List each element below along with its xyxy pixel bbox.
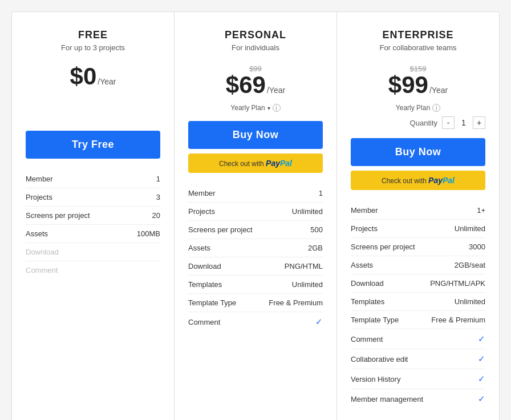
plan-tagline-enterprise: For collaborative teams bbox=[351, 43, 485, 52]
feature-item-free-3: Assets 100MB bbox=[26, 225, 160, 243]
plan-price-area-personal: $99 $69 /Year bbox=[188, 64, 323, 97]
feature-value: 3 bbox=[156, 193, 160, 201]
feature-label: Screens per project bbox=[188, 225, 253, 234]
feature-item-enterprise-1: Projects Unlimited bbox=[351, 220, 485, 238]
feature-item-enterprise-7: Comment ✓ bbox=[351, 329, 485, 349]
feature-label: Download bbox=[351, 279, 384, 288]
feature-label: Projects bbox=[351, 224, 378, 233]
feature-value: Unlimited bbox=[292, 207, 323, 216]
check-icon: ✓ bbox=[315, 317, 323, 327]
feature-item-personal-7: Comment ✓ bbox=[188, 312, 323, 332]
feature-value: 1 bbox=[156, 175, 160, 183]
feature-label: Assets bbox=[26, 229, 48, 238]
paypal-btn-personal[interactable]: Check out with PayPal bbox=[188, 154, 323, 173]
paypal-logo: PayPal bbox=[266, 159, 292, 168]
feature-item-enterprise-5: Templates Unlimited bbox=[351, 293, 485, 311]
plan-billing-personal: Yearly Plan▾i bbox=[188, 104, 323, 112]
price-period-enterprise: /Year bbox=[429, 86, 448, 95]
feature-label: Member bbox=[351, 206, 378, 215]
cta-btn-enterprise[interactable]: Buy Now bbox=[351, 138, 485, 166]
price-personal: $69 bbox=[226, 73, 266, 97]
qty-plus-btn[interactable]: + bbox=[473, 116, 485, 129]
features-list-free: Member 1 Projects 3 Screens per project … bbox=[26, 170, 160, 420]
billing-label-enterprise: Yearly Plan bbox=[396, 104, 430, 112]
feature-label: Collaborative edit bbox=[351, 355, 408, 364]
feature-value: 500 bbox=[310, 225, 323, 234]
feature-label: Screens per project bbox=[26, 211, 90, 220]
feature-item-enterprise-0: Member 1+ bbox=[351, 201, 485, 220]
feature-item-enterprise-8: Collaborative edit ✓ bbox=[351, 349, 485, 369]
check-icon: ✓ bbox=[478, 334, 485, 344]
plan-card-enterprise: ENTERPRISE For collaborative teams $159 … bbox=[337, 12, 499, 420]
plan-header-enterprise: ENTERPRISE For collaborative teams bbox=[351, 29, 485, 52]
check-icon: ✓ bbox=[478, 374, 485, 384]
plan-tagline-personal: For individuals bbox=[188, 43, 323, 52]
check-icon: ✓ bbox=[478, 394, 485, 404]
feature-item-enterprise-9: Version History ✓ bbox=[351, 369, 485, 389]
feature-label: Assets bbox=[188, 244, 210, 252]
qty-minus-btn[interactable]: - bbox=[442, 116, 455, 129]
plan-name-personal: PERSONAL bbox=[188, 29, 323, 41]
feature-item-enterprise-10: Member management ✓ bbox=[351, 389, 485, 409]
feature-item-free-4: Download bbox=[26, 243, 160, 261]
feature-label: Templates bbox=[351, 297, 384, 306]
price-enterprise: $99 bbox=[388, 73, 428, 97]
feature-value: Free & Premium bbox=[269, 298, 323, 307]
qty-controls: - 1 + bbox=[442, 116, 485, 129]
feature-label: Projects bbox=[26, 193, 52, 201]
info-icon-enterprise[interactable]: i bbox=[432, 104, 440, 112]
plan-card-free: FREE For up to 3 projects $0 /Year Try F… bbox=[12, 12, 175, 420]
feature-label: Member management bbox=[351, 395, 423, 403]
plan-card-personal: PERSONAL For individuals $99 $69 /Year Y… bbox=[175, 12, 337, 420]
paypal-btn-enterprise[interactable]: Check out with PayPal bbox=[351, 171, 485, 190]
feature-item-personal-6: Template Type Free & Premium bbox=[188, 294, 323, 312]
free-spacer bbox=[26, 93, 160, 122]
price-free: $0 bbox=[70, 64, 97, 88]
feature-value: Unlimited bbox=[455, 224, 485, 233]
pricing-container: FREE For up to 3 projects $0 /Year Try F… bbox=[11, 11, 500, 420]
plan-price-area-enterprise: $159 $99 /Year bbox=[351, 64, 485, 97]
feature-item-personal-1: Projects Unlimited bbox=[188, 203, 323, 221]
feature-label: Member bbox=[188, 189, 216, 197]
price-row-enterprise: $99 /Year bbox=[351, 73, 485, 97]
cta-btn-personal[interactable]: Buy Now bbox=[188, 121, 323, 149]
feature-label: Templates bbox=[188, 280, 222, 289]
feature-value: 3000 bbox=[469, 243, 485, 251]
feature-item-personal-4: Download PNG/HTML bbox=[188, 257, 323, 276]
feature-value: 2GB/seat bbox=[455, 261, 485, 269]
cta-btn-free[interactable]: Try Free bbox=[26, 131, 160, 159]
feature-item-enterprise-6: Template Type Free & Premium bbox=[351, 311, 485, 329]
feature-label: Download bbox=[26, 248, 59, 256]
feature-value: 2GB bbox=[308, 244, 323, 252]
plan-tagline-free: For up to 3 projects bbox=[26, 43, 160, 52]
qty-value: 1 bbox=[458, 118, 469, 127]
check-icon: ✓ bbox=[478, 354, 485, 364]
paypal-text: Check out with bbox=[219, 160, 266, 168]
feature-item-personal-3: Assets 2GB bbox=[188, 239, 323, 257]
feature-item-free-0: Member 1 bbox=[26, 170, 160, 188]
price-period-free: /Year bbox=[98, 77, 116, 86]
feature-value: Unlimited bbox=[292, 280, 323, 289]
feature-label: Member bbox=[26, 175, 53, 183]
billing-dropdown-arrow[interactable]: ▾ bbox=[267, 105, 270, 111]
feature-label: Version History bbox=[351, 375, 400, 383]
plan-header-personal: PERSONAL For individuals bbox=[188, 29, 323, 52]
feature-item-enterprise-2: Screens per project 3000 bbox=[351, 238, 485, 256]
plan-name-enterprise: ENTERPRISE bbox=[351, 29, 485, 41]
feature-label: Comment bbox=[351, 335, 383, 344]
info-icon-personal[interactable]: i bbox=[273, 104, 281, 112]
feature-item-free-1: Projects 3 bbox=[26, 188, 160, 207]
feature-value: Unlimited bbox=[455, 297, 485, 306]
price-row-personal: $69 /Year bbox=[188, 73, 323, 97]
quantity-row: Quantity - 1 + bbox=[351, 116, 485, 129]
feature-label: Download bbox=[188, 262, 221, 270]
feature-label: Template Type bbox=[351, 316, 399, 324]
feature-item-personal-2: Screens per project 500 bbox=[188, 221, 323, 239]
price-row-free: $0 /Year bbox=[26, 64, 160, 88]
feature-item-enterprise-3: Assets 2GB/seat bbox=[351, 256, 485, 274]
feature-label: Template Type bbox=[188, 298, 236, 307]
feature-value: 20 bbox=[152, 211, 160, 220]
feature-value: PNG/HTML bbox=[285, 262, 323, 270]
feature-label: Comment bbox=[26, 266, 58, 274]
plan-billing-enterprise: Yearly Plani bbox=[351, 104, 485, 112]
